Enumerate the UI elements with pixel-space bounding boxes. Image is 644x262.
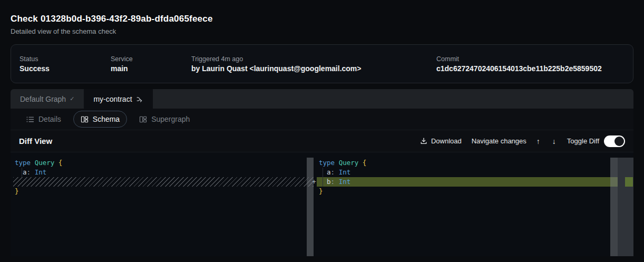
diff-view-header: Diff View Download Navigate changes ↑ — [11, 130, 633, 152]
download-label: Download — [431, 137, 462, 145]
diff-overview-ruler[interactable] — [618, 158, 633, 256]
code-line: b: Int — [317, 177, 618, 187]
tab-supergraph-label: Supergraph — [151, 115, 190, 123]
status-column: Status Success — [19, 55, 111, 73]
previous-change-button[interactable]: ↑ — [534, 135, 542, 148]
commit-value: c1dc62724702406154013cbe11b225b2e5859502 — [436, 64, 602, 73]
service-label: Service — [111, 55, 191, 63]
check-detail-card: Default Graph ✓ my-contract — [11, 89, 633, 256]
service-value: main — [111, 64, 191, 73]
code-line: type Query { — [15, 158, 314, 168]
tab-schema-label: Schema — [93, 115, 120, 123]
view-toolbar: Details Schema — [11, 109, 633, 130]
indent-guide — [22, 168, 22, 177]
tab-details-label: Details — [38, 115, 61, 123]
triggered-label: Triggered 4m ago — [191, 55, 436, 63]
columns-icon — [139, 115, 147, 123]
navigate-changes-button[interactable]: Navigate changes — [472, 135, 526, 147]
list-icon — [26, 116, 34, 123]
tab-details[interactable]: Details — [19, 111, 69, 128]
diff-pane-after: type Query { a: Int b: Int} — [314, 152, 618, 256]
diff-placeholder-line — [13, 177, 314, 187]
contract-icon — [136, 95, 143, 103]
arrow-up-icon: ↑ — [536, 137, 540, 145]
code-line: a: Int — [15, 168, 314, 177]
page-header: Check 01328b0d-b396-43f2-89ab-dfda065fee… — [0, 0, 644, 35]
download-button[interactable]: Download — [420, 135, 462, 147]
code-line: } — [319, 187, 618, 196]
tab-schema[interactable]: Schema — [73, 111, 127, 128]
page-title: Check 01328b0d-b396-43f2-89ab-dfda065fee… — [11, 14, 633, 24]
toggle-diff-label: Toggle Diff — [567, 137, 599, 145]
toggle-diff-switch[interactable] — [604, 135, 625, 147]
download-icon — [420, 137, 427, 145]
triggered-column: Triggered 4m ago by Laurin Quast <laurin… — [191, 55, 436, 73]
tab-my-contract-label: my-contract — [93, 95, 132, 103]
page-subtitle: Detailed view of the schema check — [11, 27, 633, 35]
diff-actions: Download Navigate changes ↑ ↓ Toggle Dif… — [420, 135, 625, 148]
tab-default-graph[interactable]: Default Graph ✓ — [11, 89, 84, 109]
commit-label: Commit — [436, 55, 602, 63]
left-pane-scrollbar[interactable] — [307, 158, 314, 256]
columns-icon — [81, 115, 89, 123]
commit-column: Commit c1dc62724702406154013cbe11b225b2e… — [436, 55, 602, 73]
schema-check-page: Check 01328b0d-b396-43f2-89ab-dfda065fee… — [0, 0, 644, 262]
status-label: Status — [19, 55, 111, 63]
diff-editor: type Query { a: Int} type Query { a: Int… — [11, 152, 633, 256]
check-summary-card: Status Success Service main Triggered 4m… — [11, 44, 633, 83]
graph-tab-bar: Default Graph ✓ my-contract — [11, 89, 633, 109]
check-icon: ✓ — [70, 95, 74, 102]
triggered-value: by Laurin Quast <laurinquast@googlemail.… — [191, 64, 436, 73]
toggle-knob — [614, 137, 624, 146]
indent-guide — [323, 168, 323, 187]
next-change-button[interactable]: ↓ — [550, 135, 558, 148]
diff-view-title: Diff View — [19, 137, 52, 145]
service-column: Service main — [111, 55, 191, 73]
code-line: type Query { — [319, 158, 618, 168]
added-line-marker: + — [311, 177, 317, 187]
code-line: a: Int — [319, 168, 618, 177]
tab-default-graph-label: Default Graph — [20, 95, 66, 103]
code-line: } — [15, 187, 314, 196]
navigate-changes-label: Navigate changes — [472, 137, 526, 145]
diff-pane-before: type Query { a: Int} — [11, 152, 314, 256]
tab-my-contract[interactable]: my-contract — [84, 89, 152, 109]
right-pane-scrollbar[interactable] — [610, 158, 618, 256]
added-change-marker — [625, 177, 633, 187]
status-value: Success — [19, 64, 111, 73]
arrow-down-icon: ↓ — [552, 137, 556, 145]
tab-supergraph[interactable]: Supergraph — [132, 111, 197, 128]
